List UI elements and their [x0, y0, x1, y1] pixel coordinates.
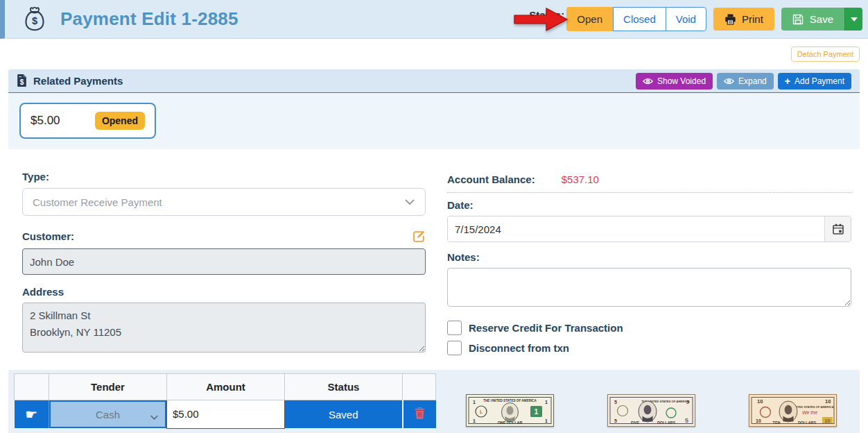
printer-icon [724, 14, 736, 25]
related-payments-panel: $ Related Payments Show Voided [8, 69, 860, 149]
svg-text:DOLLARS: DOLLARS [798, 421, 816, 425]
svg-text:1: 1 [473, 418, 476, 423]
expand-button[interactable]: Expand [717, 73, 774, 90]
related-payment-card[interactable]: $5.00 Opened [19, 103, 156, 139]
type-select-value: Customer Receive Payment [33, 196, 404, 208]
related-payments-actions: Show Voided Expand + Add Payment [636, 73, 851, 90]
floppy-disk-icon [792, 14, 804, 25]
print-button-label: Print [742, 13, 763, 25]
tender-column-header: Tender [49, 374, 167, 400]
chevron-down-icon [150, 411, 159, 423]
reserve-credit-checkbox[interactable] [447, 321, 462, 335]
customer-input[interactable] [22, 248, 426, 275]
payment-form-left: Type: Customer Receive Payment Customer:… [22, 171, 426, 355]
svg-text:1: 1 [473, 400, 476, 405]
type-select[interactable]: Customer Receive Payment [22, 188, 426, 216]
payment-form-right: Account Balance: $537.10 Date: Notes: [447, 173, 851, 361]
status-void-button[interactable]: Void [666, 7, 706, 31]
status-label-wrap: Status: [525, 6, 565, 33]
calendar-button[interactable] [824, 216, 851, 241]
eye-icon [643, 78, 653, 85]
payment-edit-screen: $ Payment Edit 1-2885 Status: Open Close… [0, 0, 868, 433]
show-voided-button[interactable]: Show Voided [636, 73, 713, 90]
status-button-group: Open Closed Void [566, 7, 706, 31]
address-label: Address [22, 286, 426, 298]
money-bag-icon: $ [20, 5, 49, 34]
svg-text:5: 5 [614, 418, 617, 423]
disconnect-checkbox[interactable] [447, 341, 462, 355]
edit-customer-icon[interactable] [413, 230, 426, 243]
account-balance-row: Account Balance: $537.10 [447, 173, 851, 185]
address-textarea[interactable]: 2 Skillman St Brooklyn, NY 11205 [22, 303, 426, 353]
save-dropdown-toggle[interactable] [844, 8, 862, 31]
notes-textarea[interactable] [447, 268, 851, 307]
related-payments-title: $ Related Payments [17, 74, 123, 87]
detach-payment-button[interactable]: Detach Payment [791, 46, 860, 62]
trash-icon [415, 407, 425, 419]
svg-text:TEN: TEN [773, 421, 781, 425]
svg-text:ONE DOLLAR: ONE DOLLAR [498, 421, 523, 425]
svg-text:10: 10 [825, 398, 831, 405]
svg-text:10: 10 [756, 418, 761, 423]
svg-text:5: 5 [685, 417, 688, 424]
show-voided-label: Show Voided [657, 76, 706, 86]
plus-icon: + [785, 76, 790, 86]
tender-cell: Cash [49, 400, 167, 429]
invoice-dollar-icon: $ [17, 74, 27, 87]
type-label: Type: [22, 171, 426, 182]
svg-text:1: 1 [545, 400, 548, 405]
related-payments-header: $ Related Payments Show Voided [8, 69, 860, 93]
svg-text:10: 10 [825, 418, 831, 423]
svg-text:L: L [480, 409, 483, 415]
svg-text:10: 10 [757, 398, 763, 405]
date-input[interactable] [448, 216, 824, 241]
amount-input[interactable] [167, 400, 284, 428]
tender-panel: Tender Amount Status ☛ Cash [8, 370, 860, 433]
page-title: Payment Edit 1-2885 [60, 8, 238, 30]
tender-select-value: Cash [96, 409, 120, 421]
actions-column-header [403, 374, 436, 400]
ten-dollar-bill-image[interactable]: 10 10 THE UNITED STATES OF AMERICA We th… [749, 394, 837, 427]
tender-table: Tender Amount Status ☛ Cash [14, 373, 436, 429]
svg-text:1: 1 [535, 407, 539, 416]
caret-down-icon [851, 17, 858, 22]
tender-row: ☛ Cash Saved [15, 400, 436, 429]
tender-select[interactable]: Cash [51, 402, 165, 427]
print-button[interactable]: Print [713, 8, 774, 31]
header-controls: Status: Open Closed Void [525, 6, 868, 33]
dotted-divider [447, 192, 851, 193]
notes-label: Notes: [447, 251, 851, 263]
one-dollar-bill-image[interactable]: THE UNITED STATES OF AMERICA L 1 1 1 1 1… [466, 394, 554, 427]
add-payment-label: Add Payment [795, 76, 844, 86]
svg-text:5: 5 [614, 400, 617, 405]
svg-text:$: $ [20, 78, 24, 86]
date-field-group [447, 216, 851, 242]
reserve-credit-row: Reserve Credit For Transaction [447, 321, 851, 335]
tender-table-header-row: Tender Amount Status [15, 374, 436, 400]
eye-icon [724, 78, 734, 85]
save-button-label: Save [810, 13, 833, 25]
hand-point-right-icon: ☛ [25, 407, 37, 422]
status-closed-button[interactable]: Closed [613, 7, 666, 31]
add-payment-button[interactable]: + Add Payment [778, 73, 851, 90]
row-selector-cell[interactable]: ☛ [15, 400, 49, 429]
status-open-button[interactable]: Open [566, 7, 613, 31]
reserve-credit-label: Reserve Credit For Transaction [469, 322, 623, 334]
svg-text:We the: We the [802, 410, 817, 415]
svg-text:5: 5 [686, 400, 689, 405]
chevron-down-icon [404, 198, 415, 205]
customer-label-row: Customer: [22, 230, 426, 243]
customer-label: Customer: [22, 230, 74, 242]
red-arrow-annotation [514, 5, 569, 37]
header-bar: $ Payment Edit 1-2885 Status: Open Close… [0, 0, 868, 39]
disconnect-row: Disconnect from txn [447, 341, 851, 355]
save-button[interactable]: Save [781, 8, 844, 31]
svg-text:DOLLARS: DOLLARS [657, 421, 675, 425]
expand-label: Expand [738, 76, 767, 86]
bag-dollar-glyph: $ [32, 15, 37, 26]
amount-column-header: Amount [167, 374, 285, 400]
disconnect-label: Disconnect from txn [469, 342, 569, 354]
delete-row-button[interactable] [403, 400, 436, 429]
five-dollar-bill-image[interactable]: THE UNITED STATES OF AMERICA 5 5 5 5 FIV… [607, 394, 695, 427]
svg-text:FIVE: FIVE [631, 421, 639, 425]
